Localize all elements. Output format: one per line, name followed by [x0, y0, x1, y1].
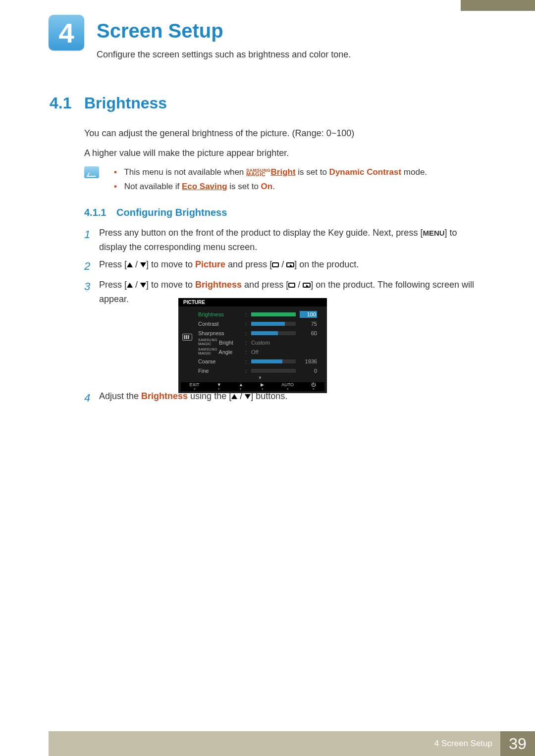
down-icon — [245, 394, 251, 399]
up-icon — [127, 262, 133, 267]
step-number: 3 — [84, 278, 99, 306]
osd-row: SAMSUNGMAGIC Angle:Off — [198, 347, 322, 356]
down-icon — [140, 283, 146, 288]
menu-target: Picture — [195, 259, 225, 269]
page-footer: 4 Screen Setup 39 — [0, 731, 535, 756]
source-icon — [288, 283, 295, 288]
note-item: • Not available if Eco Saving is set to … — [114, 180, 483, 194]
note-text: is set to — [227, 182, 261, 191]
samsung-magic-label: SAMSUNGMAGIC — [246, 168, 271, 177]
step-number: 1 — [84, 226, 99, 254]
down-icon — [140, 262, 146, 267]
menu-target: Brightness — [141, 391, 188, 401]
osd-row: SAMSUNGMAGIC Bright:Custom — [198, 338, 322, 347]
steps-list-cont: 4 Adjust the Brightness using the [ / ] … — [84, 389, 483, 409]
chapter-intro: Configure the screen settings such as br… — [97, 50, 351, 60]
header-stripe — [461, 0, 535, 11]
step-body: Press [ / ] to move to Picture and press… — [99, 257, 483, 275]
step-body: Press any button on the front of the pro… — [99, 226, 483, 254]
step-number: 4 — [84, 389, 99, 406]
page-number: 39 — [500, 731, 535, 756]
subsection-title: Configuring Brightness — [116, 207, 227, 218]
footer-breadcrumb: 4 Screen Setup — [49, 731, 500, 756]
step-body: Adjust the Brightness using the [ / ] bu… — [99, 389, 483, 406]
up-icon — [127, 283, 133, 288]
osd-row: Fine:0 — [198, 366, 322, 375]
steps-list: 1 Press any button on the front of the p… — [84, 226, 483, 309]
bullet-icon: • — [114, 167, 122, 177]
section-paragraph: You can adjust the general brightness of… — [84, 127, 483, 140]
chapter-number-badge: 4 — [49, 15, 84, 50]
section-number: 4.1 — [50, 94, 71, 112]
on-value: On — [261, 182, 273, 191]
osd-row: Coarse:1936 — [198, 356, 322, 366]
note-icon — [84, 166, 99, 178]
note-text: This menu is not available when — [124, 167, 246, 177]
enter-icon — [286, 262, 294, 267]
picture-category-icon — [182, 334, 192, 341]
note-text: Not available if — [124, 182, 182, 191]
step-number: 2 — [84, 257, 99, 275]
step-item: 1 Press any button on the front of the p… — [84, 226, 483, 254]
enter-icon — [303, 283, 311, 288]
osd-screenshot: PICTURE Brightness:100Contrast:75Sharpne… — [178, 298, 327, 393]
note-text: mode. — [401, 167, 427, 177]
section-paragraph: A higher value will make the picture app… — [84, 147, 483, 160]
chapter-title: Screen Setup — [97, 20, 223, 42]
osd-title: PICTURE — [178, 298, 327, 306]
bullet-icon: • — [114, 182, 122, 191]
osd-row: Contrast:75 — [198, 319, 322, 328]
scroll-down-icon: ▼ — [198, 375, 322, 380]
note-text: is set to — [296, 167, 329, 177]
subsection-number: 4.1.1 — [84, 207, 106, 218]
osd-row: Sharpness:60 — [198, 328, 322, 338]
magic-bright-link[interactable]: Bright — [271, 167, 296, 177]
menu-button-label: MENU — [423, 229, 444, 237]
menu-target: Brightness — [195, 280, 242, 290]
mode-name: Dynamic Contrast — [329, 167, 401, 177]
osd-row: Brightness:100 — [198, 309, 322, 319]
note-text: . — [272, 182, 275, 191]
step-item: 2 Press [ / ] to move to Picture and pre… — [84, 257, 483, 275]
up-icon — [231, 394, 237, 399]
note-item: • This menu is not available when SAMSUN… — [114, 165, 483, 180]
note-list: • This menu is not available when SAMSUN… — [114, 165, 483, 194]
step-item: 4 Adjust the Brightness using the [ / ] … — [84, 389, 483, 406]
eco-saving-link[interactable]: Eco Saving — [182, 182, 227, 191]
source-icon — [272, 262, 279, 267]
section-title: Brightness — [84, 94, 167, 112]
